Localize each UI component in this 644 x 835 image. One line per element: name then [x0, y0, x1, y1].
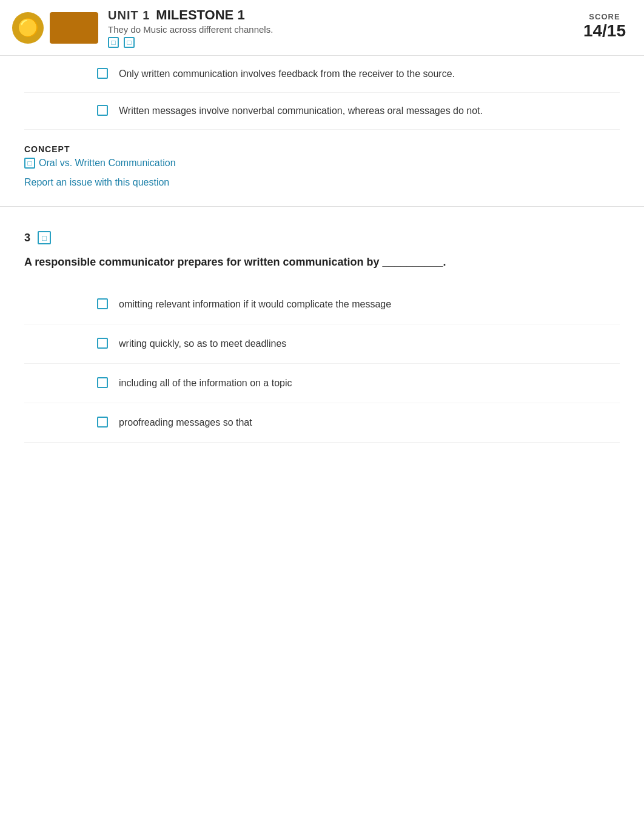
- q3-radio-a[interactable]: [97, 298, 108, 309]
- q3-radio-c[interactable]: [97, 377, 108, 388]
- checkmarks-row: □ □: [108, 37, 273, 48]
- logo-rect: [50, 12, 98, 44]
- check2: □: [124, 37, 135, 48]
- q3-option-text-d: proofreading messages so that: [119, 415, 252, 430]
- q3-option-text-b: writing quickly, so as to meet deadlines: [119, 337, 286, 351]
- score-label: SCORE: [583, 12, 626, 21]
- unit-label: UNIT 1: [108, 8, 150, 22]
- logo-circle: 🟡: [12, 12, 44, 44]
- score-panel: SCORE 14/15: [583, 12, 626, 41]
- q3-option-c[interactable]: including all of the information on a to…: [24, 364, 620, 403]
- q2-answer-text-2: Written messages involve nonverbal commu…: [119, 104, 483, 118]
- q3-radio-d[interactable]: [97, 417, 108, 428]
- q3-option-b[interactable]: writing quickly, so as to meet deadlines: [24, 324, 620, 364]
- header: 🟡 UNIT 1 MILESTONE 1 They do Music acros…: [0, 0, 644, 56]
- concept-section: CONCEPT □ Oral vs. Written Communication…: [0, 130, 644, 194]
- question3-block: 3 □ A responsible communicator prepares …: [0, 219, 644, 443]
- q3-option-text-a: omitting relevant information if it woul…: [119, 297, 391, 312]
- q3-option-a[interactable]: omitting relevant information if it woul…: [24, 285, 620, 324]
- q3-option-d[interactable]: proofreading messages so that: [24, 403, 620, 443]
- q3-options: omitting relevant information if it woul…: [24, 285, 620, 443]
- q3-option-text-c: including all of the information on a to…: [119, 376, 292, 391]
- concept-icon: □: [24, 158, 35, 169]
- header-title-area: UNIT 1 MILESTONE 1 They do Music across …: [108, 7, 273, 48]
- milestone-label: MILESTONE 1: [156, 7, 244, 23]
- q2-answer-text-1: Only written communication involves feed…: [119, 67, 455, 81]
- section-divider: [0, 206, 644, 207]
- q2-radio-2[interactable]: [97, 105, 108, 116]
- q2-answers: Only written communication involves feed…: [0, 56, 644, 130]
- header-subtitle: They do Music across different channels.: [108, 24, 273, 35]
- report-issue-link[interactable]: Report an issue with this question: [24, 177, 620, 188]
- score-value: 14/15: [583, 21, 626, 41]
- concept-link[interactable]: Oral vs. Written Communication: [39, 158, 176, 169]
- check1: □: [108, 37, 119, 48]
- page-wrapper: 🟡 UNIT 1 MILESTONE 1 They do Music acros…: [0, 0, 644, 467]
- q2-radio-1[interactable]: [97, 68, 108, 79]
- q3-text: A responsible communicator prepares for …: [24, 254, 620, 270]
- q2-answer-1[interactable]: Only written communication involves feed…: [24, 56, 620, 93]
- q3-number-row: 3 □: [24, 231, 620, 244]
- logo-group: 🟡: [12, 12, 98, 44]
- concept-link-row: □ Oral vs. Written Communication: [24, 158, 620, 169]
- q3-icon[interactable]: □: [38, 231, 51, 244]
- q3-radio-b[interactable]: [97, 338, 108, 349]
- q3-number: 3: [24, 232, 30, 244]
- q2-answer-2[interactable]: Written messages involve nonverbal commu…: [24, 93, 620, 130]
- concept-label: CONCEPT: [24, 144, 620, 154]
